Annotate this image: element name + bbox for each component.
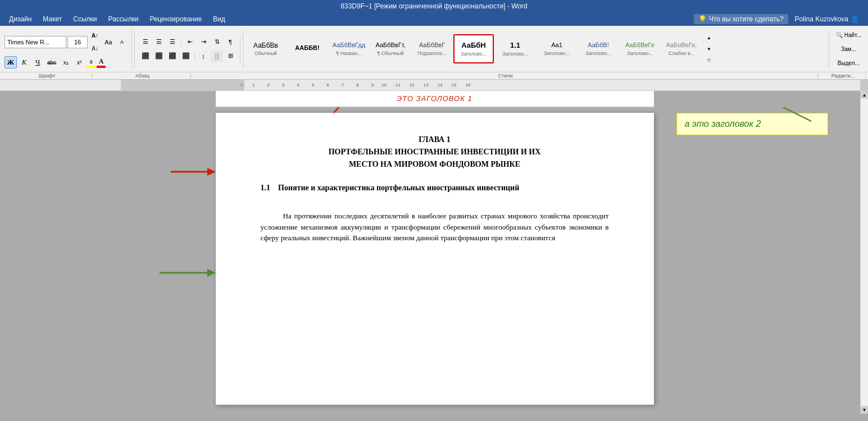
style-h1a-preview: АаБбН (461, 41, 486, 50)
menu-ssylki[interactable]: Ссылки (69, 13, 101, 25)
style-hw-label: Слабое в... (669, 51, 695, 56)
shading-btn[interactable]: ░ (211, 50, 223, 62)
ruler-num-7: 7 (342, 83, 344, 88)
style-heading-title[interactable]: АаБбВвГдд ¶ Назван... (329, 34, 369, 63)
font-size-input[interactable]: 16 (67, 36, 88, 48)
red-arrow-annotation (171, 163, 216, 180)
line-spacing-btn[interactable]: ↕ (197, 50, 210, 62)
menu-search-box[interactable]: 💡 Что вы хотите сделать? (694, 14, 788, 24)
style-heading1-active[interactable]: АаБбН Заголово... (453, 34, 494, 63)
scroll-down-btn[interactable]: ▼ (861, 406, 869, 414)
style-h1a-label: Заголово... (461, 51, 487, 57)
align-left-btn[interactable]: ⬛ (139, 50, 152, 62)
subscript-btn[interactable]: x₂ (60, 56, 72, 68)
align-justify-btn[interactable]: ⬛ (180, 50, 192, 62)
ruler-num-12: 12 (410, 83, 415, 88)
menu-maket[interactable]: Макет (38, 13, 66, 25)
ruler-num-16: 16 (466, 83, 471, 88)
search-hint: Что вы хотите сделать? (709, 15, 784, 23)
replace-btn[interactable]: Зам... (834, 43, 864, 55)
section-title: Понятие и характеристика портфельных ино… (278, 184, 519, 192)
font-name-input[interactable]: Times New R... (4, 36, 66, 48)
style-hab-preview: АаБбВ! (588, 42, 609, 49)
ribbon-main: Times New R... 16 A↑ A↓ Aa A Ж К Ч abc x… (0, 26, 868, 72)
font-color-btn[interactable]: A (97, 57, 106, 68)
title-bar: 833D9F~1 [Режим ограниченной функциональ… (0, 0, 868, 12)
ruler-num-5: 5 (312, 83, 314, 88)
style-aaббвi-preview: ААББВ! (295, 44, 319, 52)
sep-p2 (194, 52, 195, 60)
section-num: 1.1 (261, 184, 271, 192)
styles-expand-btn[interactable]: ▽ (703, 55, 715, 65)
page-scroll-area: ГЛАВА 1 ПОРТФЕЛЬНЫЕ ИНОСТРАННЫЕ ИНВЕСТИЦ… (9, 107, 860, 414)
lightbulb-icon: 💡 (698, 15, 707, 23)
ruler-num-2: 2 (267, 83, 269, 88)
increase-indent-btn[interactable]: ⇥ (197, 36, 210, 48)
borders-btn[interactable]: ⊞ (224, 50, 237, 62)
body-paragraph: На протяжении последних десятилетий в на… (261, 210, 609, 244)
style-heading-blue[interactable]: АаБбВеГе Заголово... (620, 34, 660, 63)
strikethrough-btn[interactable]: abc (45, 56, 58, 68)
style-heading-weak[interactable]: АаБоВеГе, Слабое в... (661, 34, 702, 63)
svg-marker-1 (207, 168, 216, 176)
select-label: Выдел... (838, 60, 860, 66)
style-normal-label: Обычный (255, 51, 277, 56)
align-right-btn[interactable]: ⬛ (166, 50, 179, 62)
decrease-indent-btn[interactable]: ⇤ (184, 36, 196, 48)
font-size-down-btn[interactable]: A↓ (89, 42, 101, 54)
ruler: ▽ 1 2 3 4 5 6 7 8 9 10 11 12 13 14 15 16 (0, 80, 868, 91)
chapter-num: ГЛАВА 1 (261, 135, 609, 144)
abzac-label: Абзац (95, 72, 190, 79)
redak-label: Редакти... (821, 72, 866, 79)
underline-btn[interactable]: Ч (31, 56, 44, 68)
multilevel-btn[interactable]: ☰ (166, 36, 179, 48)
italic-btn[interactable]: К (18, 56, 30, 68)
styles-scroll-up-btn[interactable]: ▲ (703, 33, 715, 43)
font-size-up-btn[interactable]: A↑ (89, 29, 101, 42)
spacer1 (261, 172, 609, 184)
ribbon: Times New R... 16 A↑ A↓ Aa A Ж К Ч abc x… (0, 26, 868, 80)
style-subheading[interactable]: АаБбВвГ Подзаголо... (412, 34, 452, 63)
menu-recenzirovanie[interactable]: Рецензирование (145, 13, 206, 25)
bullets-btn[interactable]: ☰ (139, 36, 152, 48)
scroll-up-btn[interactable]: ▲ (861, 91, 869, 99)
user-info: Polina Kuzovkova 👤 (790, 13, 864, 25)
style-ht-label: ¶ Назван... (336, 51, 361, 56)
ruler-num-8: 8 (356, 83, 358, 88)
red-up-arrow (328, 107, 412, 121)
align-center-btn[interactable]: ⬛ (153, 50, 165, 62)
clear-format-btn[interactable]: Aa (102, 36, 115, 48)
style-normal2[interactable]: АаБбВвГт, ¶ Обычный (370, 34, 411, 63)
styles-scroll-down-btn[interactable]: ▼ (703, 44, 715, 54)
style-normal[interactable]: АаБбВв Обычный (246, 34, 286, 63)
red-up-arrow-svg (328, 107, 412, 118)
bold-btn[interactable]: Ж (4, 56, 17, 68)
vertical-scrollbar[interactable]: ▲ ▼ (860, 91, 868, 414)
style-hw-preview: АаБоВеГе, (666, 42, 697, 49)
menu-dizain[interactable]: Дизайн (4, 13, 36, 25)
ruler-num-14: 14 (438, 83, 443, 88)
select-btn[interactable]: Выдел... (834, 57, 864, 69)
spacer2 (261, 199, 609, 210)
find-btn[interactable]: 🔍 Найт... (834, 29, 864, 41)
style-aaббвi[interactable]: ААББВ! (287, 34, 328, 63)
style-heading-num[interactable]: 1.1 Заголово... (495, 34, 535, 63)
ruler-num-6: 6 (326, 83, 329, 88)
font-format-row: Ж К Ч abc x₂ x² a A (4, 56, 106, 68)
section-heading: 1.1 Понятие и характеристика портфельных… (261, 184, 609, 193)
menu-rassylki[interactable]: Рассылки (104, 13, 143, 25)
pilcrow-btn[interactable]: ¶ (224, 36, 237, 48)
style-heading-aa[interactable]: Аа1 Заголово... (537, 34, 577, 63)
superscript-btn[interactable]: x² (73, 56, 85, 68)
sort-btn[interactable]: ⇅ (211, 36, 223, 48)
style-hab-label: Заголово... (585, 51, 611, 56)
text-effects-btn[interactable]: A (116, 36, 128, 48)
menu-vid[interactable]: Вид (208, 13, 230, 25)
highlight-color-btn[interactable]: a (87, 57, 96, 68)
ruler-right-margin (860, 80, 868, 90)
left-margin (0, 91, 9, 414)
document-page[interactable]: ГЛАВА 1 ПОРТФЕЛЬНЫЕ ИНОСТРАННЫЕ ИНВЕСТИЦ… (216, 113, 654, 405)
numbering-btn[interactable]: ☰ (153, 36, 165, 48)
styles-scroll-btns: ▲ ▼ ▽ (703, 33, 715, 65)
style-heading-abbv[interactable]: АаБбВ! Заголово... (578, 34, 619, 63)
